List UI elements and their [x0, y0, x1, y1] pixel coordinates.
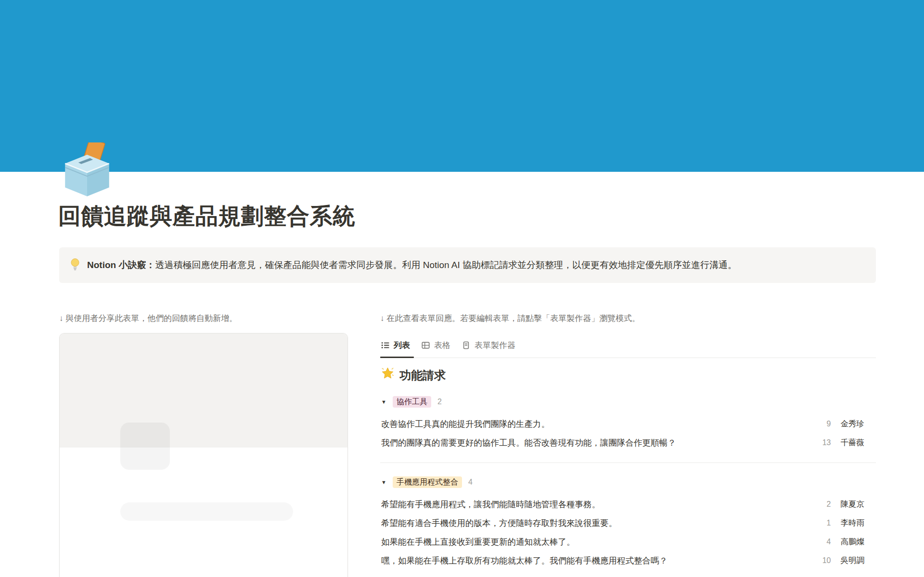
feedback-row[interactable]: 希望能有適合手機使用的版本，方便隨時存取對我來說很重要。 1 李時雨 — [380, 513, 876, 532]
tab-label: 表單製作器 — [475, 340, 515, 351]
vote-count: 13 — [817, 438, 831, 447]
submitter-name: 吳明調 — [841, 555, 865, 566]
responses-column: ↓ 在此查看表單回應。若要編輯表單，請點擊「表單製作器」瀏覽模式。 列表 — [380, 313, 876, 577]
form-skeleton-bar — [120, 502, 293, 521]
feedback-text: 如果能在手機上直接收到重要更新的通知就太棒了。 — [381, 536, 817, 548]
notion-tip-callout: Notion 小訣竅：透過積極回應使用者意見，確保產品能與使者需求同步發展。利用… — [59, 247, 876, 283]
vote-count: 2 — [817, 500, 831, 509]
callout-text: Notion 小訣竅：透過積極回應使用者意見，確保產品能與使者需求同步發展。利用… — [87, 259, 737, 271]
feedback-row[interactable]: 我們的團隊真的需要更好的協作工具。能否改善現有功能，讓團隊合作更順暢？ 13 千… — [380, 433, 876, 452]
group-badge[interactable]: 協作工具 — [393, 396, 431, 408]
vote-count: 1 — [817, 519, 831, 527]
group-header: ▼ 手機應用程式整合 4 — [380, 476, 876, 488]
feedback-row[interactable]: 如果能在手機上直接收到重要更新的通知就太棒了。 4 高鵬燦 — [380, 532, 876, 551]
submitter-name: 高鵬燦 — [841, 537, 865, 547]
form-skeleton-header — [60, 333, 347, 448]
section-heading: 功能請求 — [380, 367, 876, 384]
feedback-text: 希望能有適合手機使用的版本，方便隨時存取對我來說很重要。 — [381, 517, 817, 529]
feedback-row[interactable]: 嘿，如果能在手機上存取所有功能就太棒了。我們能有手機應用程式整合嗎？ 10 吳明… — [380, 551, 876, 570]
vote-count: 10 — [817, 556, 831, 565]
tab-label: 表格 — [434, 340, 450, 351]
vote-count: 9 — [817, 420, 831, 428]
tab-table-view[interactable]: 表格 — [416, 334, 456, 358]
group-count: 4 — [468, 478, 473, 487]
two-column-layout: ↓ 與使用者分享此表單，他們的回饋將自動新增。 ↓ 在此查看表單回應。若要編輯表… — [59, 313, 876, 577]
table-view-icon — [422, 341, 430, 349]
feedback-row[interactable]: 改善協作工具真的能提升我們團隊的生產力。 9 金秀珍 — [380, 414, 876, 433]
feedback-group-mobile-app: ▼ 手機應用程式整合 4 希望能有手機應用程式，讓我們能隨時隨地管理各種事務。 … — [380, 463, 876, 577]
feedback-group-collaboration: ▼ 協作工具 2 改善協作工具真的能提升我們團隊的生產力。 9 金秀珍 我們的團… — [380, 384, 876, 463]
section-title: 功能請求 — [399, 368, 446, 383]
form-skeleton-icon — [120, 423, 170, 470]
group-badge[interactable]: 手機應用程式整合 — [393, 476, 462, 488]
responses-hint: ↓ 在此查看表單回應。若要編輯表單，請點擊「表單製作器」瀏覽模式。 — [380, 313, 876, 324]
page-title[interactable]: 回饋追蹤與產品規劃整合系統 — [58, 201, 356, 231]
submitter-name: 陳夏京 — [841, 499, 865, 510]
list-view-icon — [381, 341, 389, 349]
submitter-name: 李時雨 — [841, 518, 865, 528]
ballot-box-emoji[interactable] — [59, 142, 116, 197]
collapse-toggle-icon[interactable]: ▼ — [381, 399, 393, 405]
feedback-text: 改善協作工具真的能提升我們團隊的生產力。 — [381, 418, 817, 430]
collapse-toggle-icon[interactable]: ▼ — [381, 479, 393, 485]
form-share-hint: ↓ 與使用者分享此表單，他們的回饋將自動新增。 — [59, 313, 364, 324]
glowing-star-emoji — [381, 367, 394, 384]
feedback-text: 我們的團隊真的需要更好的協作工具。能否改善現有功能，讓團隊合作更順暢？ — [381, 437, 817, 449]
tab-label: 列表 — [394, 340, 410, 351]
notion-page: 回饋追蹤與產品規劃整合系統 Notion 小訣竅：透過積極回應使用者意見，確保產… — [0, 0, 924, 577]
submitter-name: 金秀珍 — [841, 419, 865, 429]
embedded-form-placeholder — [59, 333, 348, 577]
light-bulb-emoji — [70, 258, 80, 273]
feedback-text: 希望能有手機應用程式，讓我們能隨時隨地管理各種事務。 — [381, 499, 817, 510]
form-share-column: ↓ 與使用者分享此表單，他們的回饋將自動新增。 — [59, 313, 364, 577]
vote-count: 4 — [817, 538, 831, 546]
group-header: ▼ 協作工具 2 — [380, 396, 876, 408]
feedback-row[interactable]: 希望能有手機應用程式，讓我們能隨時隨地管理各種事務。 2 陳夏京 — [380, 495, 876, 513]
view-tabbar: 列表 表格 表單製作器 — [380, 334, 876, 358]
page-cover — [0, 0, 924, 172]
callout-bold: Notion 小訣竅： — [87, 260, 155, 270]
callout-rest: 透過積極回應使用者意見，確保產品能與使者需求同步發展。利用 Notion AI … — [155, 260, 737, 270]
form-builder-icon — [462, 341, 470, 349]
group-rows: 改善協作工具真的能提升我們團隊的生產力。 9 金秀珍 我們的團隊真的需要更好的協… — [380, 414, 876, 452]
tab-form-builder[interactable]: 表單製作器 — [456, 334, 521, 358]
group-count: 2 — [437, 397, 442, 406]
feedback-text: 嘿，如果能在手機上存取所有功能就太棒了。我們能有手機應用程式整合嗎？ — [381, 555, 817, 566]
group-rows: 希望能有手機應用程式，讓我們能隨時隨地管理各種事務。 2 陳夏京 希望能有適合手… — [380, 495, 876, 570]
submitter-name: 千薔薇 — [841, 437, 865, 448]
tab-list-view[interactable]: 列表 — [380, 334, 416, 358]
